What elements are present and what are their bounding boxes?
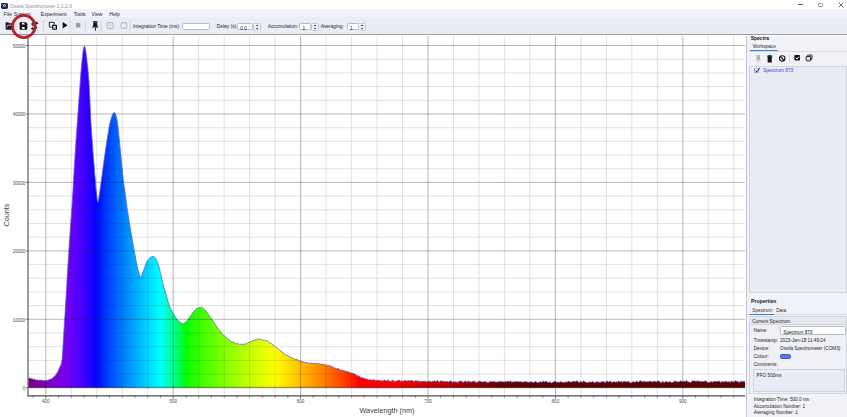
svg-text:Counts: Counts [2, 203, 11, 226]
svg-text:700: 700 [424, 399, 432, 404]
svg-text:600: 600 [297, 399, 305, 404]
svg-text:30000: 30000 [13, 181, 26, 186]
svg-text:40000: 40000 [13, 112, 26, 117]
svg-text:400: 400 [42, 399, 50, 404]
svg-text:10000: 10000 [13, 318, 26, 323]
svg-text:Wavelength (nm): Wavelength (nm) [360, 406, 415, 415]
svg-text:800: 800 [552, 399, 560, 404]
svg-text:20000: 20000 [13, 249, 26, 254]
svg-text:0: 0 [23, 386, 26, 391]
svg-text:500: 500 [169, 399, 177, 404]
svg-text:900: 900 [679, 399, 687, 404]
